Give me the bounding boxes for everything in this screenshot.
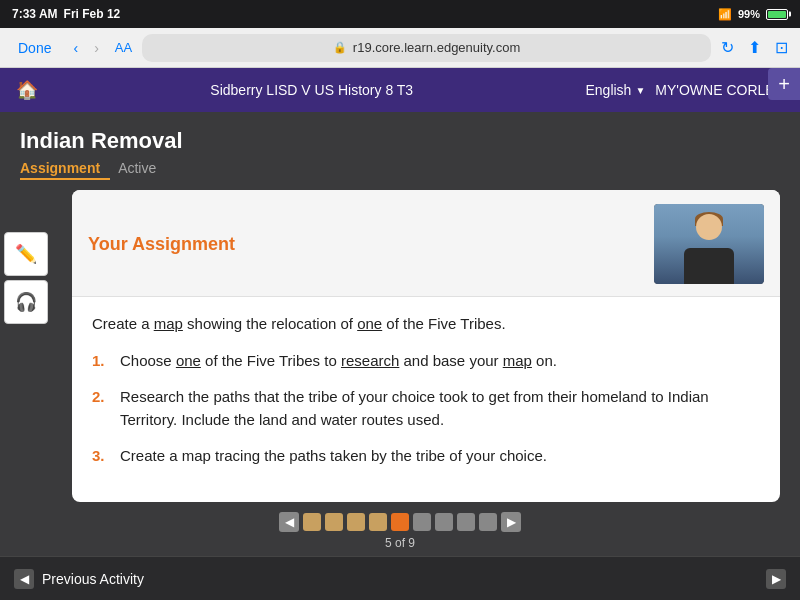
prev-arrow-icon: ◀ xyxy=(14,569,34,589)
page-label: 5 of 9 xyxy=(385,536,415,550)
time: 7:33 AM xyxy=(12,7,58,21)
bottom-bar: ◀ Previous Activity ▶ xyxy=(0,556,800,600)
page-dot-4[interactable] xyxy=(369,513,387,531)
date: Fri Feb 12 xyxy=(64,7,121,21)
card-content: Create a map showing the relocation of o… xyxy=(72,297,780,502)
next-arrow-button[interactable]: ▶ xyxy=(766,569,786,589)
text-size-button[interactable]: AA xyxy=(115,40,132,55)
page-dot-7[interactable] xyxy=(435,513,453,531)
page-title-section: Indian Removal Assignment Active xyxy=(20,128,780,180)
list-item: 1. Choose one of the Five Tribes to rese… xyxy=(92,350,760,373)
list-text-2: Research the paths that the tribe of you… xyxy=(120,386,760,431)
battery-label: 99% xyxy=(738,8,760,20)
browser-actions: ↻ ⬆ ⊡ xyxy=(721,38,788,57)
wifi-icon: 📶 xyxy=(718,8,732,21)
status-bar-left: 7:33 AM Fri Feb 12 xyxy=(12,7,120,21)
page-dot-9[interactable] xyxy=(479,513,497,531)
nav-bar: 🏠 Sidberry LISD V US History 8 T3 Englis… xyxy=(0,68,800,112)
browser-bar: Done ‹ › AA 🔒 r19.core.learn.edgenuity.c… xyxy=(0,28,800,68)
page-dot-5[interactable] xyxy=(391,513,409,531)
card-title: Your Assignment xyxy=(88,234,235,255)
list-item: 2. Research the paths that the tribe of … xyxy=(92,386,760,431)
prev-page-button[interactable]: ◀ xyxy=(279,512,299,532)
url-text: r19.core.learn.edgenuity.com xyxy=(353,40,520,55)
battery-icon xyxy=(766,9,788,20)
tab-active[interactable]: Active xyxy=(118,158,166,180)
page-dot-8[interactable] xyxy=(457,513,475,531)
list-item: 3. Create a map tracing the paths taken … xyxy=(92,445,760,468)
audio-button[interactable]: 🎧 xyxy=(4,280,48,324)
card-header: Your Assignment xyxy=(72,190,780,297)
pencil-button[interactable]: ✏️ xyxy=(4,232,48,276)
forward-button[interactable]: › xyxy=(88,36,105,60)
bookmark-button[interactable]: ⊡ xyxy=(775,38,788,57)
video-person xyxy=(654,204,764,284)
status-bar: 7:33 AM Fri Feb 12 📶 99% xyxy=(0,0,800,28)
list-num-1: 1. xyxy=(92,350,110,373)
reload-button[interactable]: ↻ xyxy=(721,38,734,57)
one-word: one xyxy=(357,315,382,332)
status-bar-right: 📶 99% xyxy=(718,8,788,21)
video-thumbnail xyxy=(654,204,764,284)
language-label: English xyxy=(585,82,631,98)
person-body xyxy=(684,248,734,284)
nav-title: Sidberry LISD V US History 8 T3 xyxy=(210,82,413,98)
content-area: Indian Removal Assignment Active ✏️ 🎧 Yo… xyxy=(0,112,800,572)
list-num-2: 2. xyxy=(92,386,110,431)
list-num-3: 3. xyxy=(92,445,110,468)
sidebar-tools: ✏️ 🎧 xyxy=(0,232,52,328)
prev-label: Previous Activity xyxy=(42,571,144,587)
person-head xyxy=(696,214,722,240)
page-dot-2[interactable] xyxy=(325,513,343,531)
intro-text: Create a map showing the relocation of o… xyxy=(92,313,760,336)
lock-icon: 🔒 xyxy=(333,41,347,54)
previous-activity-button[interactable]: ◀ Previous Activity xyxy=(14,569,144,589)
next-page-button[interactable]: ▶ xyxy=(501,512,521,532)
page-dot-1[interactable] xyxy=(303,513,321,531)
list-text-3: Create a map tracing the paths taken by … xyxy=(120,445,760,468)
page-title: Indian Removal xyxy=(20,128,780,154)
list-text-1: Choose one of the Five Tribes to researc… xyxy=(120,350,760,373)
user-name: MY'OWNE CORLEY xyxy=(655,82,784,98)
language-selector[interactable]: English ▼ xyxy=(585,82,645,98)
share-button[interactable]: ⬆ xyxy=(748,38,761,57)
back-button[interactable]: ‹ xyxy=(67,36,84,60)
url-bar: 🔒 r19.core.learn.edgenuity.com xyxy=(142,34,711,62)
add-button[interactable]: + xyxy=(768,68,800,100)
done-button[interactable]: Done xyxy=(12,36,57,60)
chevron-down-icon: ▼ xyxy=(635,85,645,96)
page-tabs: Assignment Active xyxy=(20,158,780,180)
assignment-list: 1. Choose one of the Five Tribes to rese… xyxy=(92,350,760,468)
page-dot-6[interactable] xyxy=(413,513,431,531)
nav-bar-right: English ▼ MY'OWNE CORLEY xyxy=(585,82,784,98)
pagination-dots: ◀ ▶ xyxy=(279,512,521,532)
map-word: map xyxy=(154,315,183,332)
tab-assignment[interactable]: Assignment xyxy=(20,158,110,180)
browser-nav: ‹ › xyxy=(67,36,104,60)
home-icon: 🏠 xyxy=(16,79,38,101)
main-card: Your Assignment Create a map showing the… xyxy=(72,190,780,502)
pagination-area: ◀ ▶ 5 of 9 xyxy=(20,502,780,556)
page-dot-3[interactable] xyxy=(347,513,365,531)
